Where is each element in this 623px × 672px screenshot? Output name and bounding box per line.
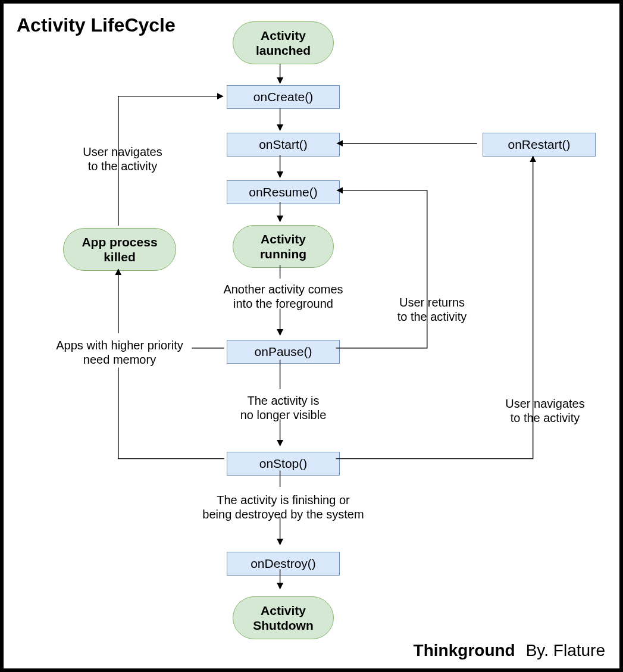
footer: Thinkground By. Flature [414,641,605,660]
footer-byline: By. Flature [526,641,605,660]
edge-label-finishing: The activity is finishing or being destr… [194,493,372,521]
edge-label-no-longer-visible: The activity is no longer visible [224,393,343,422]
node-onresume: onResume() [227,180,340,204]
node-onstop: onStop() [227,452,340,476]
edge-label-foreground: Another activity comes into the foregrou… [212,282,355,311]
node-activity-running: Activity running [233,225,334,268]
footer-brand: Thinkground [414,641,515,660]
diagram-title: Activity LifeCycle [17,14,176,36]
edge-label-user-navigates-left: User navigates to the activity [72,145,173,173]
node-activity-launched: Activity launched [233,21,334,64]
node-onrestart: onRestart() [483,133,596,157]
edge-label-user-navigates-right: User navigates to the activity [491,396,599,425]
edge-label-higher-priority: Apps with higher priority need memory [45,338,194,367]
node-app-process-killed: App process killed [63,228,176,271]
diagram-frame: Activity LifeCycle Activity launched onC… [0,0,623,672]
node-activity-shutdown: Activity Shutdown [233,596,334,639]
node-onpause: onPause() [227,340,340,364]
edge-label-user-returns: User returns to the activity [381,295,483,324]
node-onstart: onStart() [227,133,340,157]
node-ondestroy: onDestroy() [227,552,340,576]
node-oncreate: onCreate() [227,85,340,109]
